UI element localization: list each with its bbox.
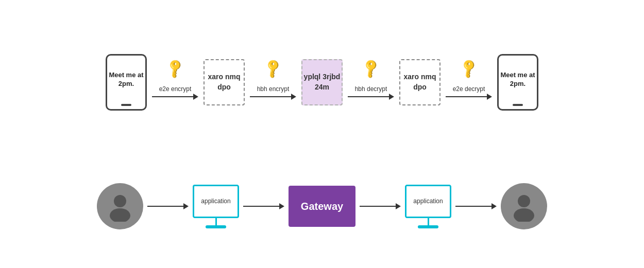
phone2: Meet me at 2pm. [497,54,538,111]
person2 [501,183,547,229]
key3-icon: 🔑 [360,57,382,80]
bottom-arrow3 [360,203,401,209]
arrow4-label: e2e decrypt [453,85,485,93]
box1-item: xaro nmq dpo [204,59,245,105]
box1-text: xaro nmq dpo [205,72,244,92]
gateway-label: Gateway [301,201,343,212]
box1: xaro nmq dpo [204,59,245,105]
diagram-container: Meet me at 2pm. 🔑 e2e encrypt xaro nmq d… [0,0,644,268]
gateway-box: Gateway [289,186,355,227]
phone1-item: Meet me at 2pm. [106,54,147,111]
app2-stand [428,218,429,225]
bottom-arrow2 [243,203,284,209]
app2-label: application [413,198,443,205]
bottom-row: application Gateway application [0,160,644,253]
person1-circle [97,183,143,229]
key1-icon: 🔑 [164,57,187,80]
phone1-text: Meet me at 2pm. [107,71,145,94]
app2-monitor: application [405,185,451,218]
arrow1-wrap: 🔑 e2e encrypt [147,65,204,100]
box3-item: xaro nmq dpo [399,59,440,105]
person1-svg [105,191,135,222]
svg-point-3 [514,208,534,222]
key2-icon: 🔑 [262,57,284,80]
arrow4-wrap: 🔑 e2e decrypt [440,65,497,100]
arrow3-label: hbh decrypt [355,85,387,93]
person2-circle [501,183,547,229]
bottom-arrow4 [455,203,497,209]
app1-label: application [201,198,230,205]
app1-base [206,225,226,228]
app1-stand [215,218,217,225]
person1 [97,183,143,229]
arrow2-line [250,94,296,100]
bottom-arrow1 [147,203,189,209]
arrow3-line [348,94,394,100]
app2-base [418,225,438,228]
box2: yplql 3rjbd 24m [301,59,343,105]
phone2-item: Meet me at 2pm. [497,54,538,111]
arrow3-wrap: 🔑 hbh decrypt [343,65,399,100]
person2-svg [509,191,539,222]
box3: xaro nmq dpo [399,59,440,105]
phone1: Meet me at 2pm. [106,54,147,111]
arrow1-label: e2e encrypt [159,85,192,93]
app1-wrap: application [193,185,239,228]
arrow2-wrap: 🔑 hbh encrypt [245,65,301,100]
svg-point-1 [110,208,130,222]
arrow1-line [152,94,198,100]
arrow2-label: hbh encrypt [257,85,290,93]
phone2-text: Meet me at 2pm. [499,71,537,94]
svg-point-0 [114,195,126,207]
box2-text: yplql 3rjbd 24m [302,72,342,92]
box2-item: yplql 3rjbd 24m [301,59,343,105]
key4-icon: 🔑 [457,57,480,80]
top-row: Meet me at 2pm. 🔑 e2e encrypt xaro nmq d… [0,15,644,134]
box3-text: xaro nmq dpo [400,72,439,92]
arrow4-line [446,94,492,100]
svg-point-2 [518,195,530,207]
app2-wrap: application [405,185,451,228]
app1-monitor: application [193,185,239,218]
